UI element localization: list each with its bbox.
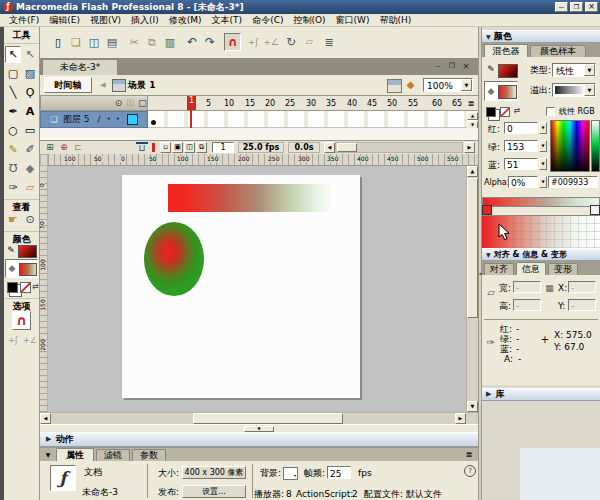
selection-tool[interactable]: ↖ [5, 46, 21, 63]
stage-gradient-ellipse[interactable] [144, 222, 204, 296]
cut-icon[interactable]: ✂ [126, 34, 142, 50]
close-button[interactable]: × [585, 2, 598, 12]
registration-grid-icon[interactable]: ▦ [544, 283, 555, 294]
menu-window[interactable]: 窗口(W) [331, 16, 375, 25]
type-select[interactable]: 线性 ▼ [552, 63, 596, 77]
doc-minimize-icon[interactable]: — [432, 61, 444, 71]
layer-name[interactable]: 图层 5 [63, 115, 90, 124]
timeline-frames-header[interactable]: 5 10 15 20 25 30 35 40 45 50 55 60 65 ≣ … [148, 95, 478, 111]
timeline-hscroll-left-icon[interactable]: ◀ [324, 142, 335, 153]
edit-multiple-frames-icon[interactable]: ◫ [184, 142, 195, 153]
publish-settings-button[interactable]: 设置... [182, 485, 246, 498]
timeline-hscroll-thumb[interactable] [337, 143, 357, 152]
info-y-field[interactable]: - [568, 299, 596, 311]
stage-vscrollbar[interactable]: ▲ ▼ [466, 166, 478, 412]
layer-row[interactable]: ❏ 图层 5 ∕ • • [40, 111, 148, 128]
new-document-icon[interactable]: ▯ [50, 34, 66, 50]
oval-tool[interactable]: ○ [5, 122, 21, 139]
back-arrow-icon[interactable]: ◀ [98, 80, 108, 90]
menu-text[interactable]: 文本(T) [207, 16, 248, 25]
restore-button[interactable]: ❐ [570, 2, 583, 12]
menu-insert[interactable]: 插入(I) [126, 16, 164, 25]
copy-icon[interactable]: ⧉ [144, 34, 160, 50]
print-icon[interactable]: ▤ [104, 34, 120, 50]
gradient-preview[interactable] [482, 215, 600, 248]
eraser-tool[interactable]: ▱ [22, 179, 38, 196]
tab-color-swatches[interactable]: 颜色样本 [530, 45, 586, 57]
mixer-stroke-swatch[interactable] [498, 64, 518, 78]
library-expand-icon[interactable]: ▶ [486, 391, 491, 398]
timeline-hscroll-right-icon[interactable]: ▶ [464, 142, 475, 153]
mixer-fill-swatch[interactable] [498, 85, 517, 99]
lasso-tool[interactable]: Ϙ [22, 84, 38, 101]
insert-layer-folder-icon[interactable]: ⊏ [72, 142, 84, 153]
straighten-option-icon[interactable]: +∠ [22, 334, 38, 348]
free-transform-tool[interactable]: ▢ [5, 65, 21, 82]
menu-modify[interactable]: 修改(M) [164, 16, 207, 25]
stage-hscroll-thumb[interactable] [193, 413, 343, 424]
align-info-panel-header[interactable]: ▼ 对齐 & 信息 & 变形 [482, 248, 600, 261]
mixer-default-colors-icon[interactable] [486, 107, 496, 117]
redo-icon[interactable]: ↷ [202, 34, 218, 50]
blue-spinner-icon[interactable]: ▼ [539, 158, 547, 170]
rotate-icon[interactable]: ↻ [283, 34, 299, 50]
snap-option-magnet-icon[interactable]: ∩ [12, 311, 31, 330]
alpha-spinner-icon[interactable]: ▼ [539, 176, 547, 188]
straighten-icon[interactable]: +∠ [263, 34, 279, 50]
timeline-toggle-button[interactable]: 时间轴 [44, 77, 92, 93]
edit-symbol-icon[interactable]: ◆ [404, 78, 417, 91]
onion-skin-outlines-icon[interactable]: ▣ [172, 142, 183, 153]
stroke-color-swatch[interactable] [18, 245, 37, 258]
layer-visible-dot-icon[interactable]: • [107, 116, 111, 123]
ink-bottle-tool[interactable]: ℧ [5, 160, 21, 177]
document-tab[interactable]: 未命名-3* [42, 59, 118, 75]
tab-parameters[interactable]: 参数 [132, 449, 166, 461]
onion-skin-icon[interactable]: ▫ [160, 142, 171, 153]
save-icon[interactable]: ◫ [86, 34, 102, 50]
pen-tool[interactable]: ✒ [5, 103, 21, 120]
overflow-select[interactable]: ▼ [552, 83, 596, 97]
smooth-option-icon[interactable]: +ʃ [5, 334, 21, 348]
align-collapse-icon[interactable]: ▼ [486, 252, 491, 258]
linear-rgb-checkbox[interactable] [546, 107, 555, 116]
alpha-field[interactable]: 0% [508, 176, 538, 188]
stage-vscroll-up-icon[interactable]: ▲ [467, 166, 478, 177]
layer-outline-color-swatch[interactable] [127, 114, 138, 125]
insert-layer-icon[interactable]: ⊞ [44, 142, 56, 153]
modify-onion-markers-icon[interactable]: ⧉ [196, 142, 207, 153]
snap-magnet-icon[interactable]: ∩ [224, 33, 241, 51]
subselection-tool[interactable]: ↖ [22, 46, 38, 63]
gradient-transform-tool[interactable]: ▨ [22, 65, 38, 82]
delete-layer-trash-icon[interactable]: ⊔ [136, 142, 148, 153]
no-color-icon[interactable] [20, 282, 31, 293]
undo-icon[interactable]: ↶ [184, 34, 200, 50]
actions-panel-header[interactable]: ▶ 动作 [40, 432, 478, 447]
text-tool[interactable]: A [22, 103, 38, 120]
tab-align[interactable]: 对齐 [484, 263, 514, 275]
minimize-button[interactable]: — [555, 2, 568, 12]
help-icon[interactable]: ? [464, 465, 476, 477]
timeline-hscroll-track[interactable] [335, 142, 463, 153]
info-height-field[interactable]: - [513, 299, 541, 311]
menu-edit[interactable]: 编辑(E) [44, 16, 85, 25]
edit-scene-icon[interactable] [387, 79, 402, 93]
info-width-field[interactable]: - [513, 281, 541, 293]
doc-restore-icon[interactable]: ❐ [446, 61, 458, 71]
layer-lock-dot-icon[interactable]: • [116, 116, 120, 123]
line-tool[interactable]: ╲ [5, 84, 21, 101]
pencil-tool[interactable]: ✎ [5, 141, 21, 158]
paste-icon[interactable]: ▥ [162, 34, 178, 50]
stage-vscroll-thumb[interactable] [467, 178, 478, 318]
properties-panel-menu-icon[interactable]: ≣ [464, 450, 474, 460]
zoom-tool[interactable]: ⊙ [22, 211, 38, 228]
swap-colors-icon[interactable]: ⇄ [31, 281, 40, 292]
zoom-dropdown-arrow-icon[interactable]: ▼ [461, 79, 472, 91]
rectangle-tool[interactable]: ▭ [22, 122, 38, 139]
hex-field[interactable]: #009933 [548, 176, 598, 188]
scene-label[interactable]: 场景 1 [128, 81, 155, 90]
paint-bucket-tool[interactable]: ◆ [22, 160, 38, 177]
gradient-definition-bar[interactable] [482, 197, 600, 207]
blue-field[interactable]: 51 [504, 158, 538, 170]
tab-transform[interactable]: 变形 [548, 263, 578, 275]
stage-vscroll-down-icon[interactable]: ▼ [467, 401, 478, 412]
